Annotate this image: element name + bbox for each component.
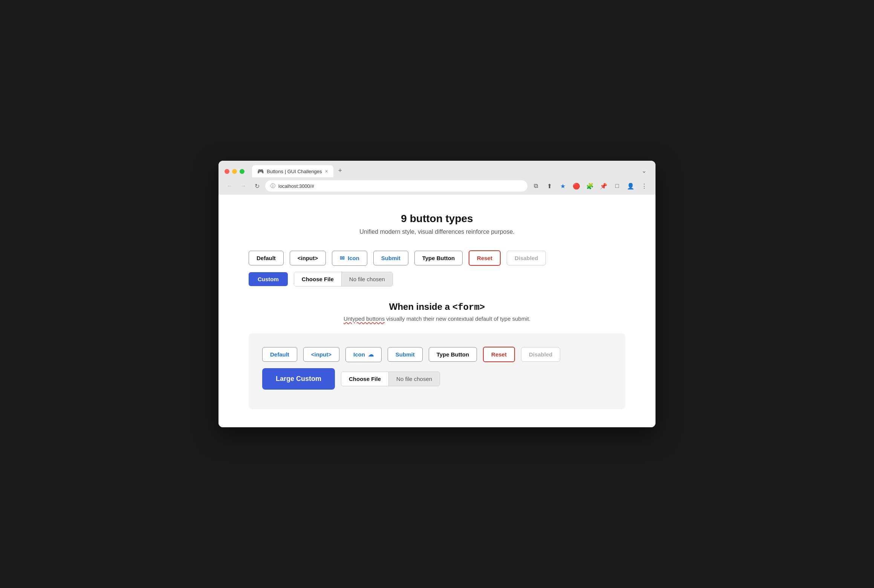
browser-window: 🎮 Buttons | GUI Challenges × + ⌄ ← → ↻ ⓘ… bbox=[218, 161, 656, 427]
page-subtitle: Unified modern style, visual differences… bbox=[249, 228, 625, 235]
minimize-button[interactable] bbox=[232, 169, 237, 174]
no-file-chosen-label: No file chosen bbox=[342, 272, 393, 286]
button-row-1: Default <input> ✉ Icon Submit Type Butto… bbox=[249, 250, 625, 266]
form-button-row-2: Large Custom Choose File No file chosen bbox=[262, 368, 612, 390]
file-input-wrapper: Choose File No file chosen bbox=[294, 272, 393, 286]
form-section-subtitle: Untyped buttons visually match their new… bbox=[249, 315, 625, 322]
form-input-button[interactable]: <input> bbox=[303, 347, 339, 362]
reset-button[interactable]: Reset bbox=[469, 250, 501, 266]
profile-icon[interactable]: 👤 bbox=[625, 181, 636, 191]
secure-icon: ⓘ bbox=[270, 183, 275, 189]
new-tab-button[interactable]: + bbox=[335, 165, 345, 176]
choose-file-button[interactable]: Choose File bbox=[294, 272, 342, 286]
sidebar-icon[interactable]: □ bbox=[612, 181, 622, 191]
open-link-icon[interactable]: ⧉ bbox=[530, 181, 541, 191]
submit-button[interactable]: Submit bbox=[373, 251, 408, 265]
tab-favicon: 🎮 bbox=[257, 168, 264, 174]
extension-icon[interactable]: 🔴 bbox=[571, 181, 582, 191]
toolbar-icons: ⧉ ⬆ ★ 🔴 🧩 📌 □ 👤 ⋮ bbox=[530, 181, 649, 191]
cloud-icon: ☁ bbox=[368, 351, 374, 358]
more-menu-icon[interactable]: ⋮ bbox=[639, 181, 649, 191]
forward-button[interactable]: → bbox=[238, 181, 249, 191]
traffic-lights bbox=[225, 169, 244, 174]
mail-icon: ✉ bbox=[340, 255, 345, 262]
form-reset-button[interactable]: Reset bbox=[483, 347, 515, 362]
active-tab[interactable]: 🎮 Buttons | GUI Challenges × bbox=[252, 165, 333, 177]
close-button[interactable] bbox=[225, 169, 229, 174]
form-button-row-1: Default <input> Icon ☁ Submit Type Butto… bbox=[262, 347, 612, 362]
share-icon[interactable]: ⬆ bbox=[544, 181, 555, 191]
form-section: When inside a <form> Untyped buttons vis… bbox=[249, 302, 625, 409]
address-bar: ← → ↻ ⓘ localhost:3000/# ⧉ ⬆ ★ 🔴 🧩 📌 □ 👤… bbox=[218, 177, 656, 195]
form-section-title: When inside a <form> bbox=[249, 302, 625, 312]
maximize-button[interactable] bbox=[240, 169, 244, 174]
tab-menu-button[interactable]: ⌄ bbox=[639, 166, 649, 176]
form-submit-button[interactable]: Submit bbox=[388, 347, 423, 362]
pin-icon[interactable]: 📌 bbox=[598, 181, 609, 191]
form-file-input-wrapper: Choose File No file chosen bbox=[341, 372, 440, 386]
tab-close-icon[interactable]: × bbox=[325, 169, 328, 174]
form-type-button[interactable]: Type Button bbox=[429, 347, 477, 362]
reload-button[interactable]: ↻ bbox=[252, 181, 262, 191]
form-icon-button[interactable]: Icon ☁ bbox=[345, 347, 382, 362]
page-content: 9 button types Unified modern style, vis… bbox=[218, 195, 656, 427]
disabled-button: Disabled bbox=[507, 251, 546, 265]
title-bar: 🎮 Buttons | GUI Challenges × + ⌄ bbox=[218, 161, 656, 177]
form-disabled-button: Disabled bbox=[521, 347, 561, 362]
large-custom-button[interactable]: Large Custom bbox=[262, 368, 335, 390]
icon-button[interactable]: ✉ Icon bbox=[332, 251, 367, 266]
button-row-2: Custom Choose File No file chosen bbox=[249, 272, 625, 286]
untyped-buttons-text: Untyped buttons bbox=[344, 315, 385, 322]
type-button-button[interactable]: Type Button bbox=[414, 251, 463, 265]
page-title: 9 button types bbox=[249, 213, 625, 225]
form-default-button[interactable]: Default bbox=[262, 347, 297, 362]
url-bar[interactable]: ⓘ localhost:3000/# bbox=[265, 180, 527, 192]
back-button[interactable]: ← bbox=[225, 181, 235, 191]
tabs-area: 🎮 Buttons | GUI Challenges × + ⌄ bbox=[252, 165, 649, 177]
default-button[interactable]: Default bbox=[249, 251, 284, 265]
form-box: Default <input> Icon ☁ Submit Type Butto… bbox=[249, 333, 625, 409]
input-button[interactable]: <input> bbox=[290, 251, 326, 265]
url-text: localhost:3000/# bbox=[278, 183, 314, 189]
custom-button[interactable]: Custom bbox=[249, 272, 288, 286]
form-no-file-chosen-label: No file chosen bbox=[389, 372, 440, 386]
form-choose-file-button[interactable]: Choose File bbox=[341, 372, 389, 386]
extensions-icon[interactable]: 🧩 bbox=[585, 181, 595, 191]
tab-title: Buttons | GUI Challenges bbox=[267, 169, 322, 174]
bookmark-icon[interactable]: ★ bbox=[558, 181, 568, 191]
